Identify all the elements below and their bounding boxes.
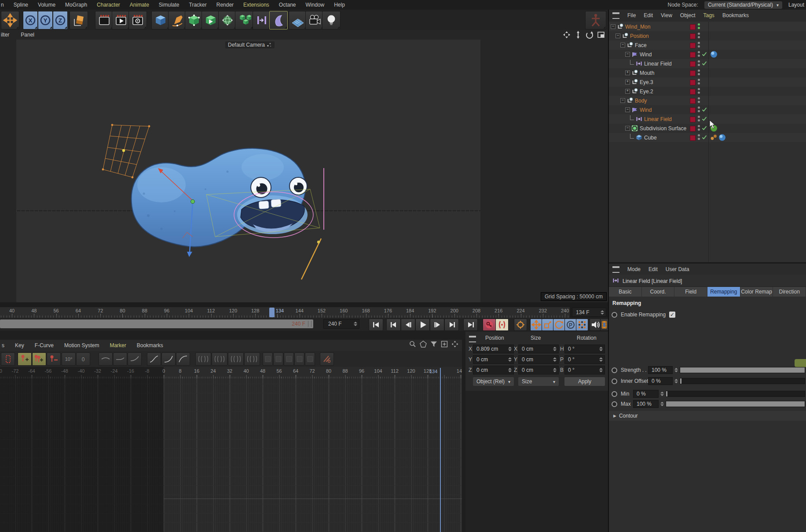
menu-window[interactable]: Window [306,2,325,8]
end-frame-field[interactable]: 240 F [323,319,359,329]
layer-color-swatch[interactable] [690,117,696,122]
tree-row-eye-2[interactable]: +Eye.2 [609,87,806,96]
character-rig-icon[interactable] [585,11,606,29]
spinner-icon[interactable] [553,368,557,372]
axis-z-lock[interactable]: Z [53,11,68,29]
tree-row-body[interactable]: −Body [609,96,806,105]
fcurve-playhead[interactable] [440,368,441,532]
layer-color-swatch[interactable] [690,61,696,67]
maximize-icon[interactable] [597,31,605,39]
layer-color-swatch[interactable] [690,70,696,76]
expand-toggle[interactable]: + [625,70,630,75]
visibility-dots[interactable] [698,23,700,29]
region-record-icon[interactable] [1,352,15,366]
timeline-menu-bookmarks[interactable]: Bookmarks [137,342,163,349]
dim-e-icon[interactable] [305,352,315,366]
tree-row-wind[interactable]: −Wind [609,105,806,114]
coord-field-size-x[interactable]: 0 cm [518,345,559,353]
hamburger-icon[interactable] [612,12,619,19]
tab-coord-[interactable]: Coord. [642,287,675,297]
coord-field-position-y[interactable]: 0 cm [473,355,514,364]
layer-color-swatch[interactable] [690,89,696,95]
spline-pen-icon[interactable] [168,11,187,29]
spinner-icon[interactable] [508,347,512,351]
step-d-icon[interactable] [244,352,260,366]
magnifier-icon[interactable] [409,341,416,348]
timeline-menu-f-curve[interactable]: F-Curve [35,342,54,349]
visibility-dots[interactable] [698,106,700,112]
viewport-film-area[interactable]: Default Camera [16,40,480,302]
orbit-icon[interactable] [585,31,594,39]
hamburger-icon[interactable] [612,266,619,273]
autokey-icon[interactable] [495,319,509,331]
spinner-icon[interactable] [660,402,664,406]
key-parameter-icon[interactable]: P [564,319,577,331]
tab-basic[interactable]: Basic [609,287,642,297]
param-slider[interactable] [680,378,805,384]
keyframe-ring-icon[interactable] [612,401,617,407]
tree-row-subdivision-surface[interactable]: −Subdivision Surface [609,124,806,133]
camera-icon[interactable] [305,11,324,29]
ease-in-icon[interactable] [128,352,142,366]
spinner-icon[interactable] [599,347,603,351]
visibility-dots[interactable] [698,42,700,48]
tree-row-face[interactable]: −Face [609,40,806,50]
visibility-dots[interactable] [698,79,700,84]
collapse-toggle[interactable]: − [620,43,625,48]
spinner-icon[interactable] [354,322,357,326]
scrollbar[interactable] [462,340,465,532]
linear-interp-icon[interactable] [147,352,161,366]
tree-row-linear-field[interactable]: Linear Field [609,59,806,68]
visibility-dots[interactable] [698,60,700,66]
om-menu-file[interactable]: File [627,12,636,18]
next-frame-button[interactable] [430,319,444,331]
menu-n[interactable]: n [1,2,4,8]
visibility-dots[interactable] [698,51,700,57]
timeline-menu-s[interactable]: s [2,342,4,349]
keyframe-ring-icon[interactable] [612,312,617,318]
layer-color-swatch[interactable] [690,135,696,141]
visibility-dots[interactable] [698,134,700,140]
viewport[interactable]: Default Camera Grid Spacing : 50000 cm [0,40,608,302]
render-picture-viewer-icon[interactable] [112,11,130,29]
contour-group[interactable]: ▶ Contour [609,411,806,421]
om-menu-object[interactable]: Object [680,12,696,18]
visibility-dots[interactable] [698,70,700,75]
render-settings-icon[interactable] [128,11,147,29]
pentagon-icon[interactable] [420,341,427,348]
layer-color-swatch[interactable] [690,80,696,85]
texture-blue-tag-icon[interactable] [710,51,718,59]
move-tool-icon[interactable] [1,11,19,29]
menu-render[interactable]: Render [216,2,234,8]
menu-animate[interactable]: Animate [130,2,149,8]
enabled-check-icon[interactable] [702,51,707,58]
add-all-keys-icon[interactable] [32,352,46,366]
tab-remapping[interactable]: Remapping [707,287,740,297]
step-c-icon[interactable] [228,352,244,366]
om-menu-tags[interactable]: Tags [703,12,714,18]
sound-icon[interactable] [590,319,601,331]
enabled-check-icon[interactable] [702,61,707,67]
menu-mograph[interactable]: MoGraph [65,2,87,8]
collapse-toggle[interactable]: − [625,52,630,57]
spinner-icon[interactable] [674,368,678,372]
om-menu-view[interactable]: View [661,12,672,18]
move-all-icon[interactable] [451,341,458,348]
smooth-in-icon[interactable] [161,352,176,366]
enabled-check-icon[interactable] [702,135,707,141]
step-a-icon[interactable] [195,352,211,366]
expand-toggle[interactable]: + [625,89,630,94]
spinner-icon[interactable] [553,347,557,351]
menu-extensions[interactable]: Extensions [243,2,269,8]
tree-row-position[interactable]: −Position [609,31,806,40]
menu-tracker[interactable]: Tracker [189,2,207,8]
spinner-icon[interactable] [508,368,512,372]
field-active-icon[interactable] [269,11,288,29]
viewport-menu-filter[interactable]: ilter [1,32,9,38]
collapse-toggle[interactable]: − [620,98,625,103]
phong-tag-icon[interactable] [710,134,718,143]
keyframe-ring-icon[interactable] [612,367,617,373]
subdivision-generator-icon[interactable] [185,11,203,29]
ease-flat-icon[interactable] [99,352,113,366]
dim-c-icon[interactable] [284,352,294,366]
